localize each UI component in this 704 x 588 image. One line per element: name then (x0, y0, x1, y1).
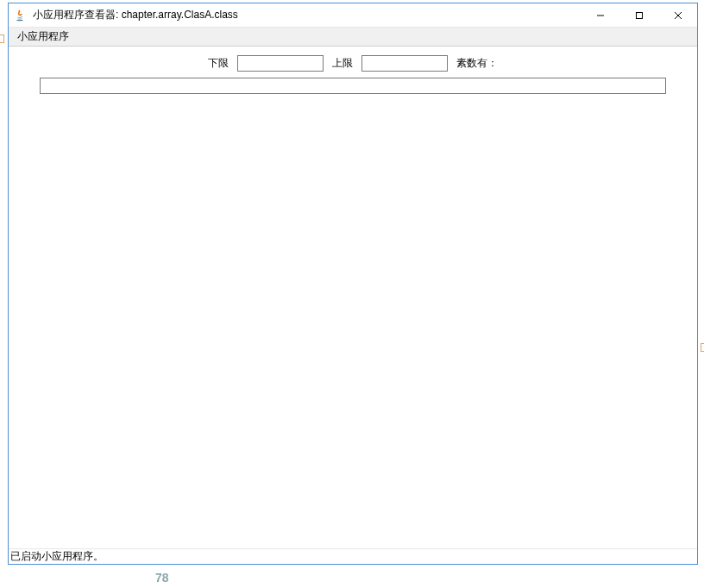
minimize-button[interactable] (581, 3, 619, 28)
applet-menu[interactable]: 小应用程序 (12, 28, 74, 46)
svg-point-0 (16, 19, 23, 21)
upper-limit-label: 上限 (332, 56, 353, 71)
window-controls (581, 3, 697, 27)
titlebar: 小应用程序查看器: chapter.array.ClasA.class (9, 3, 697, 28)
status-text: 已启动小应用程序。 (10, 549, 104, 564)
result-input[interactable] (40, 78, 666, 94)
close-button[interactable] (658, 3, 697, 28)
java-icon (14, 9, 28, 22)
upper-limit-input[interactable] (361, 55, 448, 72)
background-artifact-left (0, 34, 4, 43)
maximize-button[interactable] (619, 3, 658, 28)
background-number: 78 (155, 571, 169, 585)
lower-limit-input[interactable] (237, 55, 324, 72)
svg-rect-2 (636, 12, 642, 18)
window-title: 小应用程序查看器: chapter.array.ClasA.class (33, 8, 238, 22)
titlebar-left: 小应用程序查看器: chapter.array.ClasA.class (9, 8, 581, 22)
statusbar: 已启动小应用程序。 (9, 548, 697, 564)
primes-label: 素数有： (456, 56, 498, 71)
result-row (40, 78, 666, 94)
input-row: 下限 上限 素数有： (9, 55, 697, 72)
background-artifact-right (701, 343, 704, 352)
applet-viewer-window: 小应用程序查看器: chapter.array.ClasA.class 小应用程… (8, 3, 698, 565)
applet-area: 下限 上限 素数有： (9, 47, 697, 548)
menubar: 小应用程序 (9, 28, 697, 47)
lower-limit-label: 下限 (208, 56, 229, 71)
